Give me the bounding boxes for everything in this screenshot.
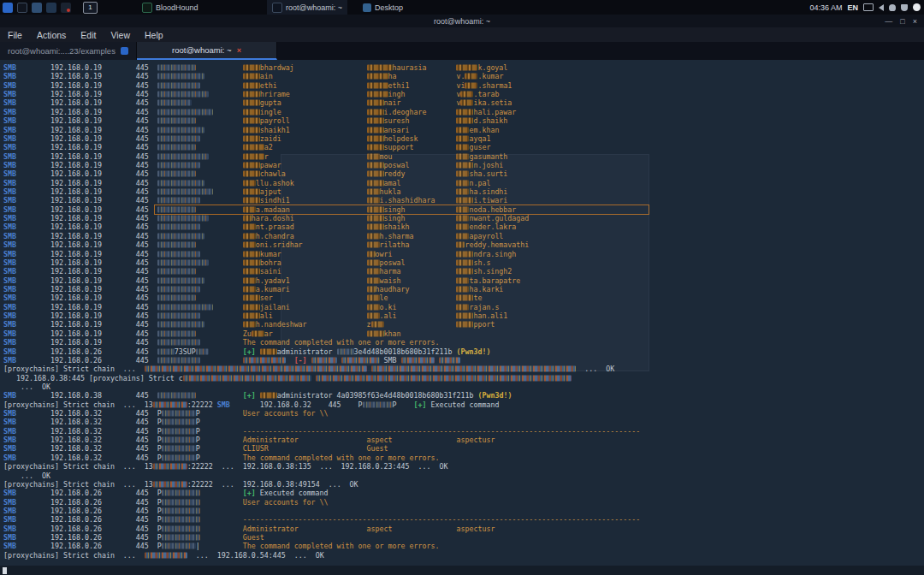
terminal-line: SMB192.168.0.26445P|The command complete… bbox=[3, 542, 924, 550]
tab-label: root@whoami:....23/examples bbox=[8, 46, 116, 56]
window-title: root@whoami: ~ bbox=[434, 17, 490, 26]
maximize-button[interactable]: □ bbox=[900, 17, 904, 26]
tab-icon bbox=[121, 47, 128, 55]
record-dot-icon bbox=[67, 9, 70, 12]
terminal-icon bbox=[272, 3, 282, 13]
terminal-line: [proxychains] Strict chain ... 13:22222 … bbox=[3, 480, 924, 489]
terminal-line: SMB192.168.0.26445PUser accounts for \\ bbox=[3, 498, 924, 507]
terminal-line: SMB192.168.0.19445inglei.deogharehali.pa… bbox=[3, 108, 924, 116]
terminal-line: SMB192.168.0.19445hrirameinghv.tarab bbox=[3, 90, 924, 98]
terminal-line: SMB192.168.0.19445nt.prasadshaikhender.l… bbox=[3, 222, 924, 231]
browser-launcher-icon[interactable] bbox=[46, 3, 56, 13]
terminal-line: SMB192.168.0.19445ainhav..kumar bbox=[3, 72, 924, 80]
bloodhound-icon bbox=[142, 3, 152, 13]
terminal-line: SMB192.168.0.32445PPThe command complete… bbox=[3, 453, 924, 462]
terminal-line: SMB192.168.0.19445shaikh1ansariem.khan bbox=[3, 126, 924, 134]
workspace-indicator[interactable]: 1 bbox=[83, 2, 98, 14]
terminal-line: SMB192.168.0.26445PGuest bbox=[3, 533, 924, 542]
terminal-line bbox=[0, 566, 924, 575]
tab-root-whoami[interactable]: root@whoami: ~ × bbox=[137, 42, 277, 60]
volume-icon[interactable] bbox=[879, 4, 884, 11]
taskbar-window-terminal[interactable]: root@whoami: ~ bbox=[267, 0, 347, 15]
terminal-line: SMB192.168.0.19445sainiharmash.singh2 bbox=[3, 267, 924, 276]
terminal-line: ... OK bbox=[3, 382, 924, 391]
taskbar: 1 BloodHound root@whoami: ~ Desktop 04:3… bbox=[0, 0, 924, 15]
shield-icon[interactable] bbox=[901, 4, 908, 11]
terminal-line: 192.168.0.38:445 [proxychains] Strict c bbox=[3, 374, 924, 382]
terminal-line: SMB192.168.0.26445P---------------------… bbox=[3, 515, 924, 524]
system-tray: 04:36 AM EN bbox=[809, 0, 921, 15]
close-button[interactable]: × bbox=[913, 17, 917, 26]
terminal-line: SMB192.168.0.19445a.madaansinghnoda.hebb… bbox=[3, 205, 924, 214]
power-icon[interactable] bbox=[913, 3, 921, 11]
files-launcher-icon[interactable] bbox=[32, 3, 42, 13]
taskbar-window-bloodhound[interactable]: BloodHound bbox=[137, 0, 204, 15]
taskbar-window-label: Desktop bbox=[375, 3, 403, 12]
terminal-content[interactable]: SMB192.168.0.19445bhardwajhaurasiak.goya… bbox=[0, 60, 924, 575]
terminal-line: SMB192.168.0.19445bhardwajhaurasiak.goya… bbox=[3, 63, 924, 72]
terminal-line: SMB192.168.0.19445llu.ashokamaln.pal bbox=[3, 179, 924, 187]
terminal-line: SMB192.168.0.19445ethiethi1vi.sharma1 bbox=[3, 81, 924, 90]
terminal-line: SMB192.168.0.2644573SUP[+] administrator… bbox=[3, 347, 924, 356]
taskbar-window-label: root@whoami: ~ bbox=[286, 3, 342, 12]
menu-view[interactable]: View bbox=[110, 30, 130, 40]
terminal-line: SMB192.168.0.19445oni.sridharrilatharedd… bbox=[3, 240, 924, 249]
tab-close-icon[interactable]: × bbox=[237, 46, 241, 55]
terminal-line: SMB192.168.0.19445rmougasumanth bbox=[3, 152, 924, 161]
terminal-line: SMB192.168.0.19445sindhi1i.shashidharai.… bbox=[3, 196, 924, 205]
terminal-line: SMB192.168.0.19445a.kumarihaudharyha.kar… bbox=[3, 285, 924, 293]
terminal-line: SMB192.168.0.19445h.nandeshwarzpport bbox=[3, 320, 924, 329]
terminal-line: [proxychains] Strict chain ... ... OK bbox=[3, 365, 924, 373]
kali-menu-icon[interactable] bbox=[3, 3, 13, 13]
terminal-line: SMB192.168.0.19445h.yadav1waishta.barapa… bbox=[3, 276, 924, 285]
terminal-line: SMB192.168.0.19445jailanio.kirajan.s bbox=[3, 303, 924, 311]
recorder-launcher-icon[interactable] bbox=[61, 3, 71, 13]
tab-label: root@whoami: ~ bbox=[172, 45, 232, 55]
terminal-line: SMB192.168.0.19445hara.doshisinghnwant.g… bbox=[3, 214, 924, 222]
notifications-icon[interactable] bbox=[889, 4, 896, 11]
menu-file[interactable]: File bbox=[8, 30, 22, 40]
terminal-line: SMB192.168.0.19445a2supportguser bbox=[3, 143, 924, 151]
terminal-line: SMB192.168.0.32445PPAdministratoraspecta… bbox=[3, 436, 924, 444]
terminal-line: SMB192.168.0.19445ajputhuklaha.sindhi bbox=[3, 187, 924, 196]
terminal-line: SMB192.168.0.19445Zuarkhan bbox=[3, 329, 924, 338]
terminal-line: SMB192.168.0.19445serlete bbox=[3, 293, 924, 302]
desktop-icon bbox=[363, 3, 371, 12]
terminal-line: SMB192.168.0.19445zaidihelpdeskayqa1 bbox=[3, 134, 924, 143]
menu-bar: File Actions Edit View Help bbox=[0, 27, 924, 42]
terminal-cursor bbox=[3, 567, 7, 574]
tab-examples[interactable]: root@whoami:....23/examples bbox=[0, 42, 137, 60]
terminal-line: SMB192.168.0.32445PPUser accounts for \\ bbox=[3, 409, 924, 418]
terminal-line: SMB192.168.0.19445h.chandrah.sharmaapayr… bbox=[3, 232, 924, 240]
keyboard-layout[interactable]: EN bbox=[847, 3, 858, 12]
window-titlebar[interactable]: root@whoami: ~ — □ × bbox=[0, 15, 924, 27]
terminal-line: SMB192.168.0.38445[+] administrator 4a03… bbox=[3, 391, 924, 400]
terminal-line: SMB192.168.0.32445PP bbox=[3, 418, 924, 426]
display-icon[interactable] bbox=[863, 3, 874, 11]
terminal-launcher-icon[interactable] bbox=[17, 3, 27, 13]
menu-edit[interactable]: Edit bbox=[80, 30, 96, 40]
terminal-line: SMB192.168.0.19445guptanairvika.setia bbox=[3, 98, 924, 107]
terminal-line: SMB192.168.0.19445chawlareddysha.surti bbox=[3, 169, 924, 178]
terminal-line: ... OK bbox=[3, 471, 924, 480]
menu-help[interactable]: Help bbox=[145, 30, 163, 40]
terminal-line: SMB192.168.0.26445P[+] Executed command bbox=[3, 489, 924, 497]
terminal-line: SMB192.168.0.26445 [-] SMB bbox=[3, 356, 924, 365]
launcher-icons bbox=[0, 3, 71, 13]
minimize-button[interactable]: — bbox=[885, 17, 892, 26]
terminal-line: [proxychains] Strict chain ... 13:22222 … bbox=[3, 462, 924, 471]
terminal-line: [proxychains] Strict chain ... 13:22222 … bbox=[3, 400, 924, 409]
tab-bar: root@whoami:....23/examples root@whoami:… bbox=[0, 42, 924, 60]
clock[interactable]: 04:36 AM bbox=[809, 3, 842, 12]
taskbar-window-label: BloodHound bbox=[156, 3, 198, 12]
terminal-line: SMB192.168.0.32445PP--------------------… bbox=[3, 427, 924, 436]
menu-actions[interactable]: Actions bbox=[37, 30, 66, 40]
terminal-line: SMB192.168.0.26445PAdministratoraspectas… bbox=[3, 525, 924, 533]
terminal-line: SMB192.168.0.19445payrollsureshd.shaikh bbox=[3, 116, 924, 125]
terminal-output: SMB192.168.0.19445bhardwajhaurasiak.goya… bbox=[3, 63, 924, 575]
terminal-line: SMB192.168.0.26445P bbox=[3, 507, 924, 515]
taskbar-window-desktop[interactable]: Desktop bbox=[358, 0, 408, 15]
terminal-line: SMB192.168.0.19445The command completed … bbox=[3, 338, 924, 347]
terminal-line: SMB192.168.0.32445PPCLIUSRGuest bbox=[3, 444, 924, 453]
terminal-line: SMB192.168.0.19445pawarposwaln.joshi bbox=[3, 161, 924, 169]
